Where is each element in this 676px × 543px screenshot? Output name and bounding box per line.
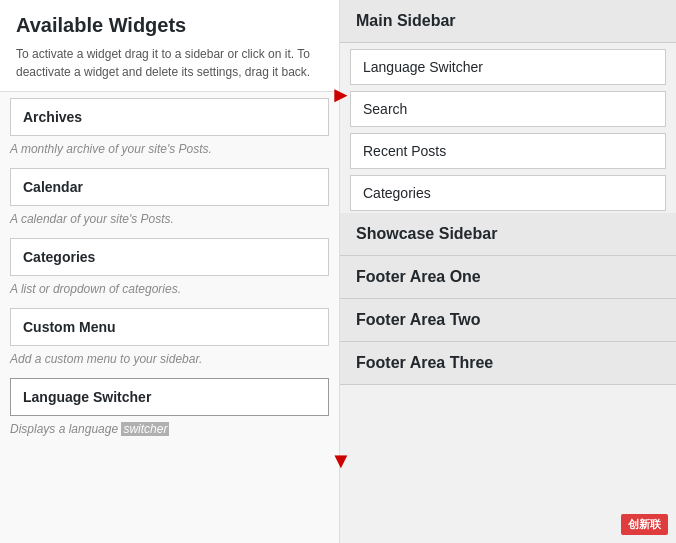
- watermark-badge: 创新联: [621, 514, 668, 535]
- showcase-sidebar-header: Showcase Sidebar: [340, 213, 676, 256]
- drag-arrow-right-icon: ►: [330, 82, 352, 108]
- widget-custom-menu-desc: Add a custom menu to your sidebar.: [0, 348, 339, 372]
- sidebar-widget-recent-posts[interactable]: Recent Posts: [350, 133, 666, 169]
- widget-archives-desc: A monthly archive of your site's Posts.: [0, 138, 339, 162]
- available-widgets-description: To activate a widget drag it to a sideba…: [16, 45, 323, 81]
- widget-archives-label: Archives: [23, 109, 82, 125]
- sidebars-panel: Main Sidebar Language Switcher Search Re…: [340, 0, 676, 543]
- footer-area-two-header: Footer Area Two: [340, 299, 676, 342]
- widget-categories[interactable]: Categories: [10, 238, 329, 276]
- widget-calendar-label: Calendar: [23, 179, 83, 195]
- highlight-switcher: switcher: [121, 422, 169, 436]
- widget-categories-desc: A list or dropdown of categories.: [0, 278, 339, 302]
- available-widgets-title: Available Widgets: [16, 14, 323, 37]
- widget-language-switcher-label: Language Switcher: [23, 389, 151, 405]
- widget-language-switcher-desc: Displays a language switcher: [0, 418, 339, 442]
- widget-archives[interactable]: Archives: [10, 98, 329, 136]
- widget-categories-label: Categories: [23, 249, 95, 265]
- drag-arrow-down-icon: ▼: [330, 448, 352, 474]
- sidebar-widget-language-switcher[interactable]: Language Switcher: [350, 49, 666, 85]
- left-panel-header: Available Widgets To activate a widget d…: [0, 0, 339, 92]
- widget-language-switcher[interactable]: Language Switcher: [10, 378, 329, 416]
- sidebar-widget-search[interactable]: Search: [350, 91, 666, 127]
- widget-calendar-desc: A calendar of your site's Posts.: [0, 208, 339, 232]
- widget-calendar[interactable]: Calendar: [10, 168, 329, 206]
- widget-custom-menu[interactable]: Custom Menu: [10, 308, 329, 346]
- main-sidebar-header: Main Sidebar: [340, 0, 676, 43]
- available-widgets-panel: Available Widgets To activate a widget d…: [0, 0, 340, 543]
- sidebar-widget-categories[interactable]: Categories: [350, 175, 666, 211]
- widget-custom-menu-label: Custom Menu: [23, 319, 116, 335]
- footer-area-three-header: Footer Area Three: [340, 342, 676, 385]
- footer-area-one-header: Footer Area One: [340, 256, 676, 299]
